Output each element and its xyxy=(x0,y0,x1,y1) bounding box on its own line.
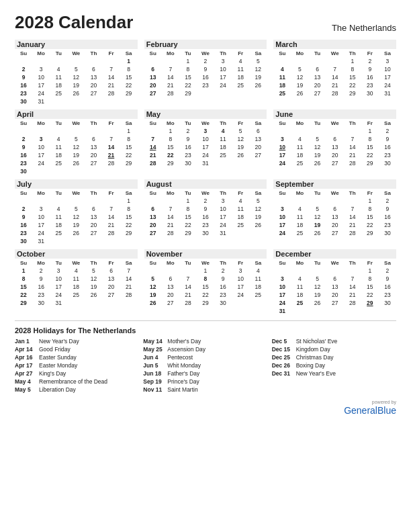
calendar-day xyxy=(326,57,344,65)
holiday-name: Good Friday xyxy=(39,346,71,353)
holiday-date: Dec 31 xyxy=(272,370,293,377)
holiday-name: Father's Day xyxy=(167,370,199,377)
calendar-day: 18 xyxy=(291,151,308,159)
calendar-day: 21 xyxy=(344,221,361,229)
calendar-day: 23 xyxy=(214,291,232,299)
calendar-day xyxy=(32,197,50,205)
calendar-day: 13 xyxy=(309,73,326,81)
calendar-day: 6 xyxy=(85,135,102,143)
calendar-day xyxy=(344,267,361,275)
calendar-day xyxy=(326,127,344,135)
calendar-day: 25 xyxy=(50,229,67,237)
calendar-day: 15 xyxy=(197,283,214,291)
calendar-day: 28 xyxy=(162,89,179,97)
calendar-day: 10 xyxy=(197,135,214,143)
calendar-day xyxy=(102,197,120,205)
month-block-april: AprilSuMoTuWeThFrSa123456789101112131415… xyxy=(15,109,138,175)
month-title: May xyxy=(144,109,267,119)
calendar-day: 9 xyxy=(15,73,32,81)
calendar-day: 26 xyxy=(309,159,326,167)
calendar-day: 3 xyxy=(32,135,50,143)
calendar-day: 4 xyxy=(291,135,308,143)
calendar-day xyxy=(326,197,344,205)
calendar-day: 23 xyxy=(197,221,214,229)
calendar-day: 30 xyxy=(379,229,396,237)
month-title: September xyxy=(273,179,396,189)
calendar-day: 5 xyxy=(309,135,326,143)
holiday-name: Christmas Day xyxy=(296,354,334,361)
calendar-day: 16 xyxy=(15,81,32,89)
weekday-header: Su xyxy=(273,189,291,197)
calendar-day xyxy=(326,267,344,275)
calendar-day: 13 xyxy=(85,73,102,81)
calendar-day: 3 xyxy=(214,197,232,205)
calendar-day xyxy=(309,197,326,205)
calendar-day: 2 xyxy=(15,205,32,213)
calendar-day: 2 xyxy=(32,267,50,275)
calendar-day: 14 xyxy=(102,213,120,221)
calendar-day: 16 xyxy=(214,283,232,291)
holiday-name: Pentecost xyxy=(167,354,193,361)
calendar-day: 12 xyxy=(232,135,249,143)
calendar-day xyxy=(344,127,361,135)
month-block-september: SeptemberSuMoTuWeThFrSa12345678910111213… xyxy=(273,179,396,245)
calendar-day: 9 xyxy=(32,275,50,283)
calendar-day: 17 xyxy=(273,151,291,159)
calendar-day: 23 xyxy=(179,151,197,159)
calendar-day: 31 xyxy=(197,159,214,167)
calendar-day: 4 xyxy=(232,197,249,205)
country-name: The Netherlands xyxy=(332,23,396,33)
section-divider xyxy=(15,320,396,321)
weekday-header: Mo xyxy=(291,120,308,127)
month-title: October xyxy=(15,249,138,259)
weekday-header: Th xyxy=(214,259,232,267)
calendar-day: 3 xyxy=(32,65,50,73)
weekday-header: Fr xyxy=(361,50,379,57)
calendar-day: 2 xyxy=(197,197,214,205)
calendar-day xyxy=(50,97,67,105)
calendar-day: 26 xyxy=(249,81,267,89)
calendar-day: 13 xyxy=(102,275,120,283)
calendar-day xyxy=(67,299,85,307)
calendar-day: 25 xyxy=(50,89,67,97)
calendar-day: 19 xyxy=(249,73,267,81)
calendar-day: 5 xyxy=(291,65,308,73)
month-title: August xyxy=(144,179,267,189)
calendar-day xyxy=(344,197,361,205)
calendar-day xyxy=(291,57,308,65)
calendar-day: 23 xyxy=(379,151,396,159)
holiday-date: Dec 25 xyxy=(272,354,293,361)
calendar-day: 14 xyxy=(102,73,120,81)
calendar-day xyxy=(249,299,267,307)
calendar-day: 19 xyxy=(144,291,162,299)
holiday-item: Dec 26Boxing Day xyxy=(272,362,396,369)
weekday-header: Su xyxy=(15,189,32,197)
holiday-column: Jan 1New Year's DayApr 14Good FridayApr … xyxy=(15,338,139,394)
calendar-day xyxy=(67,197,85,205)
calendar-day: 9 xyxy=(179,135,197,143)
month-block-june: JuneSuMoTuWeThFrSa1234567891011121314151… xyxy=(273,109,396,175)
calendar-day: 9 xyxy=(379,205,396,213)
weekday-header: Mo xyxy=(32,259,50,267)
calendar-day: 8 xyxy=(361,275,379,283)
holiday-column: Dec 5St Nicholas' EveDec 15Kingdom DayDe… xyxy=(272,338,396,394)
calendar-day: 25 xyxy=(291,159,308,167)
calendar-day: 11 xyxy=(50,73,67,81)
holiday-date: Apr 17 xyxy=(15,362,36,369)
calendar-day: 2 xyxy=(379,197,396,205)
calendar-day: 4 xyxy=(50,205,67,213)
calendar-day: 16 xyxy=(197,213,214,221)
month-calendar: SuMoTuWeThFrSa12345678910111213141516171… xyxy=(273,120,396,167)
calendar-day: 1 xyxy=(120,57,138,65)
calendar-day: 25 xyxy=(273,89,291,97)
calendar-day xyxy=(214,159,232,167)
calendar-day xyxy=(291,267,308,275)
weekday-header: We xyxy=(67,189,85,197)
calendar-day: 27 xyxy=(144,229,162,237)
calendar-day xyxy=(15,197,32,205)
calendar-day: 27 xyxy=(326,159,344,167)
calendar-day: 5 xyxy=(309,275,326,283)
calendar-day: 8 xyxy=(344,65,361,73)
calendar-day: 15 xyxy=(120,73,138,81)
calendar-day: 27 xyxy=(162,299,179,307)
